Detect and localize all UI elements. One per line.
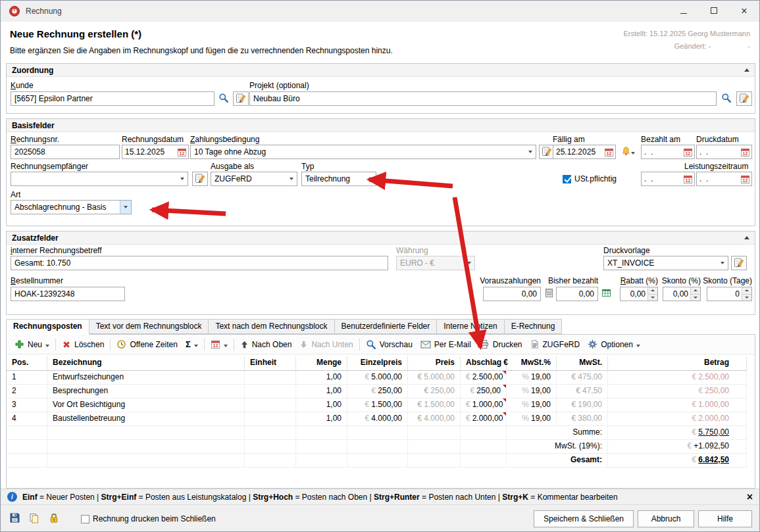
cell-preis[interactable]: €4.000,00 bbox=[408, 412, 461, 426]
calendar-icon[interactable]: 12 bbox=[682, 174, 694, 184]
calendar-icon[interactable]: 12 bbox=[682, 147, 694, 157]
ausgabe-select[interactable]: ZUGFeRD bbox=[211, 172, 297, 186]
typ-select[interactable]: Teilrechnung bbox=[301, 172, 376, 186]
cell-preis[interactable]: €5.000,00 bbox=[408, 371, 461, 385]
cell-menge[interactable]: 1,00 bbox=[296, 412, 347, 426]
toolbar-button-vorschau[interactable]: Vorschau bbox=[362, 337, 417, 352]
faellig-input[interactable]: 25.12.2025 12 bbox=[553, 145, 616, 159]
tab-text-vor-dem-rechnungsblock[interactable]: Text vor dem Rechnungsblock bbox=[89, 319, 209, 334]
column-header-pos[interactable]: Pos. bbox=[7, 356, 47, 371]
cell-bezeichnung[interactable]: Baustellenbetreuung bbox=[47, 412, 245, 426]
cell-abschlag[interactable]: €1.000,00 bbox=[461, 399, 507, 412]
maximize-button[interactable] bbox=[699, 1, 729, 22]
column-header-menge[interactable]: Menge bbox=[296, 356, 347, 371]
cell-mwst[interactable]: €190,00 bbox=[557, 399, 608, 412]
cell-pos[interactable]: 4 bbox=[7, 412, 47, 426]
vorauszahlungen-input[interactable]: 0,00 bbox=[483, 287, 541, 301]
print-on-close-row[interactable]: Rechnung drucken beim Schließen bbox=[81, 514, 216, 523]
save-button[interactable] bbox=[6, 511, 23, 527]
collapse-icon[interactable] bbox=[744, 236, 749, 239]
empfaenger-select[interactable] bbox=[11, 172, 188, 186]
toolbar-button-offene-zeiten[interactable]: Offene Zeiten bbox=[113, 337, 182, 351]
column-header-mwst[interactable]: MwSt. bbox=[557, 356, 608, 371]
cell-pos[interactable]: 1 bbox=[7, 371, 47, 385]
reminder-button[interactable] bbox=[617, 145, 638, 159]
cell-preis[interactable]: €250,00 bbox=[408, 385, 461, 399]
cell-einheit[interactable] bbox=[245, 399, 296, 412]
tab-e-rechnung[interactable]: E-Rechnung bbox=[504, 319, 563, 334]
payments-list-button[interactable] bbox=[599, 287, 613, 301]
betreff-input[interactable]: Gesamt: 10.750 bbox=[11, 256, 388, 270]
lock-button[interactable] bbox=[45, 511, 63, 527]
tab-interne-notizen[interactable]: Interne Notizen bbox=[436, 319, 504, 334]
ust-checkbox-row[interactable]: USt.pflichtig bbox=[563, 174, 617, 183]
toolbar-button-zugferd[interactable]: ZUGFeRD bbox=[526, 337, 584, 351]
calendar-icon[interactable]: 12 bbox=[739, 147, 751, 157]
cell-mwst_pct[interactable]: %19,00 bbox=[507, 412, 557, 426]
cell-mwst[interactable]: €475,00 bbox=[557, 371, 608, 385]
column-header-betrag[interactable]: Betrag bbox=[608, 356, 747, 371]
tab-text-nach-dem-rechnungsblock[interactable]: Text nach dem Rechnungsblock bbox=[208, 319, 334, 334]
spin-down-icon[interactable] bbox=[742, 295, 751, 301]
bisher-bezahlt-input[interactable]: 0,00 bbox=[556, 287, 598, 301]
cell-mwst_pct[interactable]: %19,00 bbox=[507, 371, 557, 385]
empfaenger-edit-button[interactable] bbox=[192, 172, 208, 186]
cell-betrag[interactable]: €1.000,00 bbox=[608, 399, 747, 412]
spin-down-icon[interactable] bbox=[691, 295, 700, 301]
column-header-abschlag[interactable]: Abschlag € bbox=[461, 356, 507, 371]
help-button[interactable]: Hilfe bbox=[698, 510, 752, 527]
toolbar-button-summen-menue[interactable]: Σ bbox=[182, 337, 202, 351]
spin-down-icon[interactable] bbox=[648, 295, 657, 301]
cell-bezeichnung[interactable]: Vor Ort Besichtigung bbox=[47, 399, 245, 412]
spin-up-icon[interactable] bbox=[742, 287, 751, 295]
leistungszeitraum-from-input[interactable]: . . 12 bbox=[641, 172, 695, 186]
print-on-close-checkbox[interactable] bbox=[81, 515, 89, 523]
cell-mwst_pct[interactable]: %19,00 bbox=[507, 385, 557, 399]
projekt-edit-button[interactable] bbox=[736, 91, 752, 106]
cell-abschlag[interactable]: €250,00 bbox=[461, 385, 507, 399]
cell-einzelpreis[interactable]: €4.000,00 bbox=[347, 412, 408, 426]
cell-bezeichnung[interactable]: Entwurfszeichungen bbox=[47, 371, 245, 385]
stepper-buttons[interactable] bbox=[647, 287, 657, 301]
cell-mwst[interactable]: €380,00 bbox=[557, 412, 608, 426]
skonto-tage-stepper[interactable]: 0 bbox=[707, 287, 752, 301]
projekt-search-button[interactable] bbox=[719, 91, 734, 106]
cell-abschlag[interactable]: €2.000,00 bbox=[461, 412, 507, 426]
bestellnummer-input[interactable]: HOAK-12392348 bbox=[11, 287, 125, 301]
copy-button[interactable] bbox=[26, 511, 43, 527]
cell-menge[interactable]: 1,00 bbox=[296, 399, 347, 412]
ust-checkbox[interactable] bbox=[563, 175, 571, 183]
stepper-buttons[interactable] bbox=[690, 287, 700, 301]
statusbar-close-icon[interactable]: × bbox=[747, 491, 753, 502]
cell-einheit[interactable] bbox=[245, 371, 296, 385]
cell-bezeichnung[interactable]: Besprechungen bbox=[47, 385, 245, 399]
collapse-icon[interactable] bbox=[744, 68, 749, 72]
toolbar-button-termin-menue[interactable]: 12 bbox=[207, 337, 232, 351]
tab-benutzerdefinierte-felder[interactable]: Benutzerdefinierte Felder bbox=[334, 319, 438, 334]
cell-einzelpreis[interactable]: €1.500,00 bbox=[347, 399, 408, 412]
calculator-button[interactable] bbox=[542, 287, 555, 301]
cell-menge[interactable]: 1,00 bbox=[296, 371, 347, 385]
stepper-buttons[interactable] bbox=[742, 287, 751, 301]
druckvorlage-select[interactable]: XT_INVOICE bbox=[603, 256, 728, 270]
toolbar-button-nach-oben[interactable]: Nach Oben bbox=[236, 338, 296, 351]
cell-betrag[interactable]: €250,00 bbox=[608, 385, 747, 399]
column-header-einheit[interactable]: Einheit bbox=[245, 356, 296, 371]
bezahlt-input[interactable]: . . 12 bbox=[641, 145, 695, 159]
cell-menge[interactable]: 1,00 bbox=[296, 385, 347, 399]
calendar-icon[interactable]: 12 bbox=[603, 147, 615, 157]
save-close-button[interactable]: Speichern & Schließen bbox=[534, 510, 634, 527]
column-header-mwst_pct[interactable]: MwSt.% bbox=[507, 356, 557, 371]
kunde-edit-button[interactable] bbox=[233, 91, 249, 106]
minimize-button[interactable] bbox=[669, 1, 699, 22]
rabatt-stepper[interactable]: 0,00 bbox=[620, 287, 658, 301]
column-header-einzelpreis[interactable]: Einzelpreis bbox=[347, 356, 408, 371]
zahlungsbedingung-select[interactable]: 10 Tage ohne Abzug bbox=[190, 145, 536, 159]
cell-pos[interactable]: 2 bbox=[7, 385, 47, 399]
cell-pos[interactable]: 3 bbox=[7, 399, 47, 412]
druckvorlage-edit-button[interactable] bbox=[731, 256, 747, 270]
cell-betrag[interactable]: €2.000,00 bbox=[608, 412, 747, 426]
kunde-search-button[interactable] bbox=[216, 91, 231, 106]
rechnungsnr-input[interactable]: 2025058 bbox=[11, 145, 120, 159]
cell-einzelpreis[interactable]: €250,00 bbox=[347, 385, 408, 399]
